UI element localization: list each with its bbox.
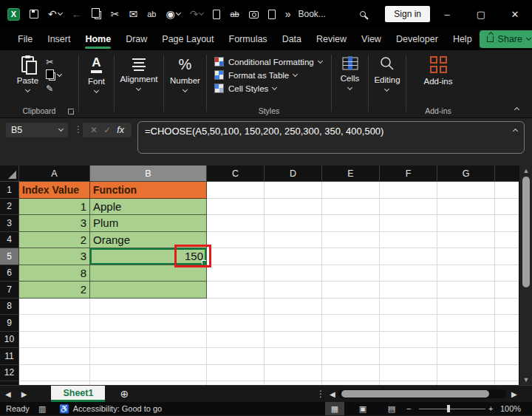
cell-G4[interactable] bbox=[437, 232, 495, 249]
cell-A9[interactable] bbox=[19, 315, 90, 332]
name-box[interactable]: B5 bbox=[6, 123, 68, 137]
tabbar-options-icon[interactable]: ⋮ bbox=[316, 389, 325, 399]
alignment-button[interactable]: Alignment bbox=[120, 56, 157, 90]
column-header-C[interactable]: C bbox=[207, 166, 265, 182]
collapse-ribbon-chevron-icon[interactable] bbox=[514, 107, 519, 112]
cell-B9[interactable] bbox=[90, 315, 207, 332]
zoom-in-button[interactable]: + bbox=[488, 404, 493, 413]
cell-B8[interactable] bbox=[90, 299, 207, 316]
row-header-12[interactable]: 12 bbox=[0, 365, 19, 382]
macro-record-icon[interactable]: ▥ bbox=[38, 404, 46, 414]
row-header-5[interactable]: 5 bbox=[0, 248, 19, 265]
cell-C1[interactable] bbox=[207, 182, 265, 199]
cell-partial-4[interactable] bbox=[495, 232, 519, 249]
copy-icon[interactable] bbox=[92, 9, 101, 19]
cell-A12[interactable] bbox=[19, 365, 90, 382]
cell-A10[interactable] bbox=[19, 332, 90, 349]
cell-F3[interactable] bbox=[380, 215, 437, 232]
more-commands-icon[interactable]: » bbox=[285, 8, 291, 20]
tab-page-layout[interactable]: Page Layout bbox=[154, 30, 221, 50]
cell-C3[interactable] bbox=[207, 215, 265, 232]
cancel-icon[interactable]: ✕ bbox=[90, 125, 98, 135]
cell-C9[interactable] bbox=[207, 315, 265, 332]
cell-styles-button[interactable]: Cell Styles bbox=[214, 83, 331, 93]
tab-draw[interactable]: Draw bbox=[118, 30, 154, 50]
document-properties-icon[interactable] bbox=[268, 10, 276, 19]
cell-E6[interactable] bbox=[322, 265, 380, 282]
camera-icon[interactable] bbox=[249, 10, 259, 18]
cell-A3[interactable]: 3 bbox=[19, 215, 90, 232]
tab-help[interactable]: Help bbox=[446, 30, 480, 50]
cell-F1[interactable] bbox=[380, 182, 437, 199]
undo-icon[interactable]: ↶ bbox=[48, 8, 62, 20]
column-header-D[interactable]: D bbox=[265, 166, 322, 182]
touch-mode-icon[interactable]: ◉ bbox=[166, 8, 180, 20]
cell-E10[interactable] bbox=[322, 332, 380, 349]
insert-function-icon[interactable]: fx bbox=[117, 125, 124, 135]
cut-icon[interactable]: ✂ bbox=[111, 8, 120, 20]
cell-B12[interactable] bbox=[90, 365, 207, 382]
clipboard-dialog-launcher[interactable] bbox=[68, 109, 74, 115]
cell-partial-1[interactable] bbox=[495, 182, 519, 199]
tab-developer[interactable]: Developer bbox=[389, 30, 446, 50]
horizontal-scroll-thumb[interactable] bbox=[341, 390, 489, 398]
cell-D10[interactable] bbox=[265, 332, 322, 349]
cell-C12[interactable] bbox=[207, 365, 265, 382]
cell-G2[interactable] bbox=[437, 199, 495, 216]
cell-D5[interactable] bbox=[265, 248, 322, 265]
font-button[interactable]: A Font bbox=[88, 56, 105, 92]
cell-B11[interactable] bbox=[90, 348, 207, 365]
scroll-up-icon[interactable]: ▲ bbox=[519, 166, 532, 176]
add-sheet-icon[interactable]: ⊕ bbox=[120, 388, 129, 400]
cell-D6[interactable] bbox=[265, 265, 322, 282]
hscroll-left-icon[interactable]: ◀ bbox=[330, 390, 335, 398]
cell-F12[interactable] bbox=[380, 365, 437, 382]
cell-E9[interactable] bbox=[322, 315, 380, 332]
vertical-scroll-thumb[interactable] bbox=[522, 177, 530, 287]
row-header-8[interactable]: 8 bbox=[0, 299, 19, 316]
copy-button[interactable] bbox=[46, 70, 61, 81]
cell-F10[interactable] bbox=[380, 332, 437, 349]
zoom-slider[interactable] bbox=[419, 409, 485, 410]
share-button[interactable]: Share bbox=[480, 30, 532, 48]
vertical-scrollbar[interactable]: ▲ ▼ bbox=[519, 166, 532, 385]
cell-G1[interactable] bbox=[437, 182, 495, 199]
cell-A8[interactable] bbox=[19, 299, 90, 316]
zoom-out-button[interactable]: − bbox=[406, 404, 411, 413]
cell-D8[interactable] bbox=[265, 299, 322, 316]
email-icon[interactable]: ✉ bbox=[129, 8, 137, 20]
cell-F9[interactable] bbox=[380, 315, 437, 332]
row-header-10[interactable]: 10 bbox=[0, 332, 19, 349]
cell-B10[interactable] bbox=[90, 332, 207, 349]
workbook-title[interactable]: Book... bbox=[298, 9, 325, 19]
page-break-view-button[interactable]: ▤ bbox=[382, 402, 401, 415]
strikethrough-icon[interactable]: ab bbox=[230, 10, 239, 18]
tab-data[interactable]: Data bbox=[275, 30, 309, 50]
cell-B2[interactable]: Apple bbox=[90, 199, 207, 216]
tab-file[interactable]: File bbox=[10, 30, 40, 50]
cell-partial-8[interactable] bbox=[495, 299, 519, 316]
cell-partial-2[interactable] bbox=[495, 199, 519, 216]
cell-F5[interactable] bbox=[380, 248, 437, 265]
paste-button[interactable]: Paste bbox=[17, 56, 38, 94]
cell-partial-5[interactable] bbox=[495, 248, 519, 265]
cell-B5[interactable]: 150 bbox=[90, 248, 207, 265]
cell-F11[interactable] bbox=[380, 348, 437, 365]
cell-G3[interactable] bbox=[437, 215, 495, 232]
column-header-partial[interactable] bbox=[495, 166, 519, 182]
row-header-6[interactable]: 6 bbox=[0, 265, 19, 282]
cell-C10[interactable] bbox=[207, 332, 265, 349]
cell-C2[interactable] bbox=[207, 199, 265, 216]
close-button[interactable]: ✕ bbox=[498, 0, 532, 28]
cell-G6[interactable] bbox=[437, 265, 495, 282]
cell-partial-3[interactable] bbox=[495, 215, 519, 232]
cell-D1[interactable] bbox=[265, 182, 322, 199]
zoom-slider-thumb[interactable] bbox=[447, 405, 450, 412]
cell-partial-10[interactable] bbox=[495, 332, 519, 349]
tab-insert[interactable]: Insert bbox=[40, 30, 78, 50]
cell-F2[interactable] bbox=[380, 199, 437, 216]
cell-D12[interactable] bbox=[265, 365, 322, 382]
cell-G11[interactable] bbox=[437, 348, 495, 365]
page-layout-view-button[interactable]: ▣ bbox=[353, 402, 372, 415]
formula-input[interactable]: =CHOOSE(A5,50,100, 150,200, 250,300, 350… bbox=[137, 121, 525, 154]
